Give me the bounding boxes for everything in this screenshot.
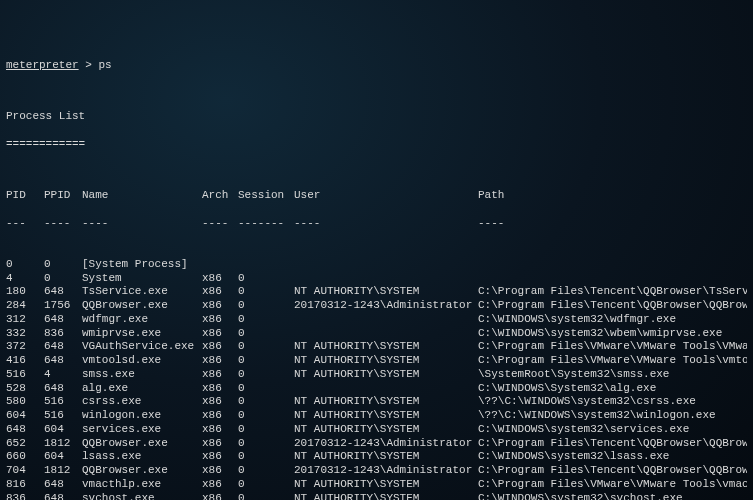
- cell-name: vmtoolsd.exe: [82, 354, 202, 368]
- cell-path: \SystemRoot\System32\smss.exe: [478, 368, 747, 382]
- hdr-name: Name: [82, 189, 202, 203]
- table-row: 660604lsass.exex860NT AUTHORITY\SYSTEMC:…: [6, 450, 747, 464]
- cell-session: 0: [238, 382, 294, 396]
- cell-path: C:\Program Files\VMware\VMware Tools\vmt…: [478, 354, 747, 368]
- cell-arch: x86: [202, 450, 238, 464]
- cell-name: TsService.exe: [82, 285, 202, 299]
- cell-ppid: 648: [44, 478, 82, 492]
- table-row: 312648wdfmgr.exex860C:\WINDOWS\system32\…: [6, 313, 747, 327]
- cell-ppid: 648: [44, 313, 82, 327]
- cell-session: 0: [238, 272, 294, 286]
- cell-user: [294, 313, 478, 327]
- cell-ppid: 4: [44, 368, 82, 382]
- cell-user: NT AUTHORITY\SYSTEM: [294, 423, 478, 437]
- hdr-arch: Arch: [202, 189, 238, 203]
- cell-name: alg.exe: [82, 382, 202, 396]
- cell-pid: 0: [6, 258, 44, 272]
- cell-arch: x86: [202, 382, 238, 396]
- cell-user: 20170312-1243\Administrator: [294, 299, 478, 313]
- cell-user: NT AUTHORITY\SYSTEM: [294, 340, 478, 354]
- cell-arch: x86: [202, 423, 238, 437]
- cell-pid: 648: [6, 423, 44, 437]
- cell-user: 20170312-1243\Administrator: [294, 437, 478, 451]
- cell-path: C:\WINDOWS\system32\svchost.exe: [478, 492, 747, 501]
- cell-pid: 816: [6, 478, 44, 492]
- cell-pid: 180: [6, 285, 44, 299]
- cell-session: 0: [238, 285, 294, 299]
- cell-name: smss.exe: [82, 368, 202, 382]
- table-header-dashes: ------------------------------: [6, 217, 747, 231]
- prompt-line[interactable]: meterpreter > ps: [6, 59, 747, 73]
- cell-pid: 372: [6, 340, 44, 354]
- cell-session: 0: [238, 313, 294, 327]
- table-header: PIDPPIDNameArchSessionUserPath: [6, 189, 747, 203]
- table-row: 2841756QQBrowser.exex86020170312-1243\Ad…: [6, 299, 747, 313]
- table-row: 816648vmacthlp.exex860NT AUTHORITY\SYSTE…: [6, 478, 747, 492]
- cell-name: [System Process]: [82, 258, 202, 272]
- cell-arch: x86: [202, 409, 238, 423]
- cell-path: C:\Program Files\VMware\VMware Tools\vma…: [478, 478, 747, 492]
- cell-path: \??\C:\WINDOWS\system32\winlogon.exe: [478, 409, 747, 423]
- cell-name: System: [82, 272, 202, 286]
- cell-arch: x86: [202, 368, 238, 382]
- cell-arch: x86: [202, 313, 238, 327]
- cell-name: VGAuthService.exe: [82, 340, 202, 354]
- cell-path: \??\C:\WINDOWS\system32\csrss.exe: [478, 395, 747, 409]
- cell-arch: x86: [202, 327, 238, 341]
- cell-name: wdfmgr.exe: [82, 313, 202, 327]
- cell-session: [238, 258, 294, 272]
- cell-arch: x86: [202, 478, 238, 492]
- cell-pid: 836: [6, 492, 44, 501]
- cell-user: NT AUTHORITY\SYSTEM: [294, 478, 478, 492]
- cell-user: [294, 382, 478, 396]
- table-row: 7041812QQBrowser.exex86020170312-1243\Ad…: [6, 464, 747, 478]
- cell-pid: 4: [6, 272, 44, 286]
- cell-name: vmacthlp.exe: [82, 478, 202, 492]
- cell-ppid: 648: [44, 492, 82, 501]
- cell-path: C:\WINDOWS\system32\services.exe: [478, 423, 747, 437]
- cell-user: [294, 258, 478, 272]
- cell-session: 0: [238, 437, 294, 451]
- cell-pid: 660: [6, 450, 44, 464]
- cell-pid: 332: [6, 327, 44, 341]
- process-table-body: 00[System Process]40Systemx860180648TsSe…: [6, 258, 747, 500]
- table-row: 836648svchost.exex860NT AUTHORITY\SYSTEM…: [6, 492, 747, 501]
- cell-ppid: 648: [44, 340, 82, 354]
- cell-ppid: 516: [44, 409, 82, 423]
- cell-name: csrss.exe: [82, 395, 202, 409]
- cell-session: 0: [238, 340, 294, 354]
- cell-pid: 704: [6, 464, 44, 478]
- table-row: 372648VGAuthService.exex860NT AUTHORITY\…: [6, 340, 747, 354]
- hdr-session: Session: [238, 189, 294, 203]
- table-row: 6521812QQBrowser.exex86020170312-1243\Ad…: [6, 437, 747, 451]
- cell-name: services.exe: [82, 423, 202, 437]
- cell-pid: 312: [6, 313, 44, 327]
- table-row: 416648vmtoolsd.exex860NT AUTHORITY\SYSTE…: [6, 354, 747, 368]
- cell-session: 0: [238, 492, 294, 501]
- cell-session: 0: [238, 327, 294, 341]
- cell-user: [294, 272, 478, 286]
- cell-pid: 528: [6, 382, 44, 396]
- table-row: 40Systemx860: [6, 272, 747, 286]
- hdr-user: User: [294, 189, 478, 203]
- cell-path: C:\WINDOWS\system32\wbem\wmiprvse.exe: [478, 327, 747, 341]
- cell-ppid: 648: [44, 382, 82, 396]
- cell-ppid: 648: [44, 354, 82, 368]
- cell-ppid: 0: [44, 272, 82, 286]
- cell-name: lsass.exe: [82, 450, 202, 464]
- cell-user: NT AUTHORITY\SYSTEM: [294, 285, 478, 299]
- cell-ppid: 604: [44, 450, 82, 464]
- cell-ppid: 1756: [44, 299, 82, 313]
- cell-ppid: 1812: [44, 437, 82, 451]
- cell-user: [294, 327, 478, 341]
- table-row: 604516winlogon.exex860NT AUTHORITY\SYSTE…: [6, 409, 747, 423]
- cell-name: wmiprvse.exe: [82, 327, 202, 341]
- table-row: 00[System Process]: [6, 258, 747, 272]
- cell-pid: 516: [6, 368, 44, 382]
- cell-arch: x86: [202, 285, 238, 299]
- cell-session: 0: [238, 409, 294, 423]
- cell-arch: x86: [202, 395, 238, 409]
- cell-path: C:\Program Files\Tencent\QQBrowser\QQBro…: [478, 464, 747, 478]
- cell-pid: 416: [6, 354, 44, 368]
- cell-path: C:\Program Files\Tencent\QQBrowser\TsSer…: [478, 285, 747, 299]
